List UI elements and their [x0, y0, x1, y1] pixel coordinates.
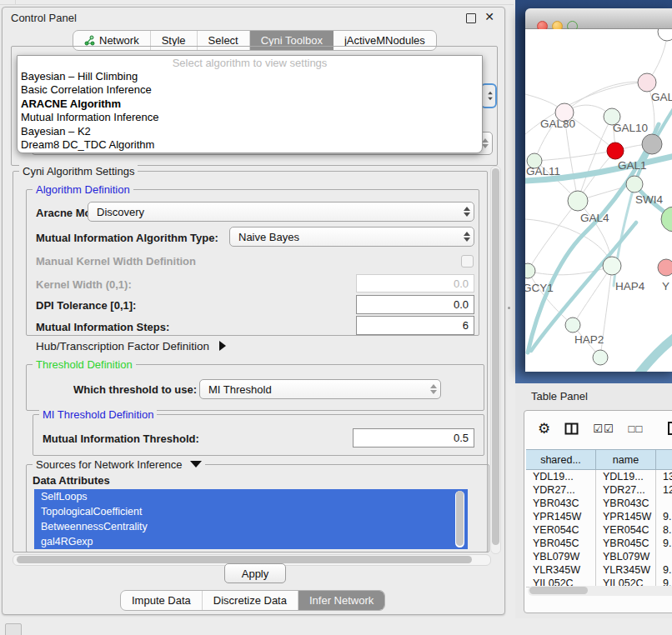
tab-cyni-toolbox-label: Cyni Toolbox: [261, 34, 323, 47]
data-attributes-label: Data Attributes: [33, 474, 110, 487]
node-table: shared... name YDL19... YDL19... 13 YDR2…: [526, 449, 672, 588]
node-gcy1[interactable]: [525, 263, 535, 278]
data-attributes-list[interactable]: SelfLoops TopologicalCoefficient Between…: [34, 489, 468, 549]
panel-grip[interactable]: [5, 623, 22, 635]
mi-steps-field[interactable]: 6: [356, 316, 474, 335]
cell-shared-name: YBR043C: [526, 497, 596, 510]
aracne-mode-value: Discovery: [97, 206, 144, 218]
apply-button-label: Apply: [242, 568, 269, 580]
network-node-labels: GAL GAL80 GAL10 GAL1 GAL11 GAL4 SWI4 GCY…: [525, 91, 672, 346]
aracne-mode-combo[interactable]: Discovery: [88, 202, 474, 222]
mi-steps-value: 6: [463, 319, 469, 332]
control-panel-window: Control Panel ✕ Network Style Select Cyn…: [2, 7, 505, 615]
node-hap4[interactable]: [603, 257, 621, 275]
dpi-tolerance-value: 0.0: [454, 298, 469, 311]
threshold-definition-title: Threshold Definition: [33, 358, 136, 371]
new-table-icon[interactable]: [667, 421, 672, 436]
algorithm-option[interactable]: Bayesian – K2: [18, 125, 482, 138]
dpi-tolerance-label: DPI Tolerance [0,1]:: [36, 299, 136, 312]
hub-definition-toggle[interactable]: Hub/Transcription Factor Definition: [36, 340, 226, 352]
mi-threshold-field[interactable]: 0.5: [353, 428, 474, 448]
tab-select-label: Select: [208, 34, 238, 47]
manual-kernel-checkbox[interactable]: [461, 255, 474, 268]
apply-button[interactable]: Apply: [224, 563, 286, 583]
column-header-clipped[interactable]: [656, 450, 672, 469]
settings-vertical-scrollbar[interactable]: [490, 166, 501, 554]
node-gal1[interactable]: [607, 142, 624, 159]
algorithm-option[interactable]: Mutual Information Inference: [18, 111, 482, 124]
table-row[interactable]: YER054C YER054C 8.: [526, 523, 672, 537]
algorithm-option[interactable]: Bayesian – Hill Climbing: [18, 70, 482, 83]
table-row[interactable]: YBR045C YBR045C 9.: [526, 537, 672, 550]
kernel-width-field[interactable]: 0.0: [356, 274, 474, 292]
network-canvas[interactable]: GAL GAL80 GAL10 GAL1 GAL11 GAL4 SWI4 GCY…: [525, 29, 672, 372]
dpi-tolerance-field[interactable]: 0.0: [356, 295, 474, 314]
mi-threshold-label: Mutual Information Threshold:: [43, 432, 199, 445]
mi-threshold-group-title: MI Threshold Definition: [39, 408, 157, 421]
algorithm-dropdown-popup: Select algorithm to view settings Bayesi…: [17, 55, 483, 153]
label-hap4: HAP4: [615, 280, 645, 292]
tab-impute-data[interactable]: Impute Data: [121, 591, 203, 610]
which-threshold-combo[interactable]: MI Threshold: [199, 379, 441, 399]
tab-jactivemnodules-label: jActiveMNodules: [344, 34, 425, 47]
table-row[interactable]: YBL079W YBL079W: [526, 550, 672, 563]
tab-discretize-data[interactable]: Discretize Data: [203, 591, 298, 610]
algorithm-combo-stepper[interactable]: [480, 83, 497, 108]
attributes-scrollbar[interactable]: [455, 491, 464, 548]
select-all-checkboxes-icon[interactable]: ☑☑: [593, 422, 614, 435]
node-gal-partial[interactable]: [638, 73, 656, 92]
table-row[interactable]: YLR345W YLR345W 9.: [526, 563, 672, 577]
table-horizontal-scrollbar[interactable]: [528, 586, 672, 596]
node-swi4[interactable]: [626, 176, 643, 192]
column-header-shared[interactable]: shared...: [526, 450, 596, 469]
deselect-all-checkboxes-icon[interactable]: □□: [629, 422, 644, 435]
sources-title[interactable]: Sources for Network Inference: [33, 458, 205, 471]
tab-infer-network[interactable]: Infer Network: [298, 591, 384, 610]
algorithm-option[interactable]: Dream8 DC_TDC Algorithm: [18, 138, 482, 152]
attribute-item[interactable]: gal4RGexp: [34, 534, 468, 549]
cell-shared-name: YDR27...: [526, 483, 596, 497]
which-threshold-label: Which threshold to use:: [73, 383, 197, 396]
table-body[interactable]: YDL19... YDL19... 13 YDR27... YDR27... 1…: [526, 470, 672, 588]
stepper-icon: [464, 232, 470, 242]
algorithm-option[interactable]: ARACNE Algorithm: [18, 98, 482, 111]
node-gal4[interactable]: [568, 191, 588, 211]
node-bottom-partial[interactable]: [593, 350, 608, 365]
node-unlabeled-top[interactable]: [658, 29, 672, 41]
close-icon[interactable]: ✕: [484, 10, 494, 23]
top-tick: [15, 0, 16, 4]
column-header-name[interactable]: name: [596, 450, 656, 469]
attribute-item[interactable]: SelfLoops: [34, 489, 468, 504]
table-row[interactable]: YPR145W YPR145W 9.: [526, 510, 672, 523]
table-row[interactable]: YDL19... YDL19... 13: [526, 470, 672, 483]
cell-shared-name: YER054C: [526, 523, 596, 537]
cell-name: YBR043C: [596, 497, 656, 510]
columns-icon[interactable]: [564, 422, 579, 435]
algorithm-option[interactable]: Basic Correlation Inference: [18, 83, 482, 97]
table-row[interactable]: YBR043C YBR043C: [526, 497, 672, 510]
kernel-width-label: Kernel Width (0,1):: [36, 278, 132, 291]
label-gal4: GAL4: [580, 212, 609, 224]
node-hap2[interactable]: [565, 318, 580, 332]
node-salmon[interactable]: [658, 259, 672, 276]
kernel-width-value: 0.0: [454, 278, 469, 290]
label-gal11: GAL11: [526, 165, 560, 178]
cell-shared-name: YDL19...: [526, 470, 596, 483]
label-gal80: GAL80: [540, 118, 575, 130]
splitter-handle[interactable]: [508, 307, 510, 309]
table-row[interactable]: YDR27... YDR27... 12: [526, 483, 672, 497]
cell-name: YLR345W: [596, 563, 656, 577]
cell-name: YBR045C: [596, 537, 656, 550]
label-swi4: SWI4: [635, 193, 663, 206]
float-window-icon[interactable]: [466, 13, 476, 23]
gear-icon[interactable]: ⚙: [538, 420, 550, 438]
table-toolbar: ⚙ ☑☑ □□: [524, 411, 672, 446]
network-graph[interactable]: GAL GAL80 GAL10 GAL1 GAL11 GAL4 SWI4 GCY…: [525, 29, 672, 372]
stepper-icon: [482, 138, 489, 148]
mi-type-combo[interactable]: Naive Bayes: [229, 227, 474, 247]
network-window-titlebar[interactable]: [525, 8, 672, 29]
node-gray[interactable]: [642, 134, 662, 154]
attribute-item[interactable]: TopologicalCoefficient: [34, 504, 468, 519]
attribute-item[interactable]: BetweennessCentrality: [34, 519, 468, 534]
which-threshold-value: MI Threshold: [208, 383, 272, 396]
